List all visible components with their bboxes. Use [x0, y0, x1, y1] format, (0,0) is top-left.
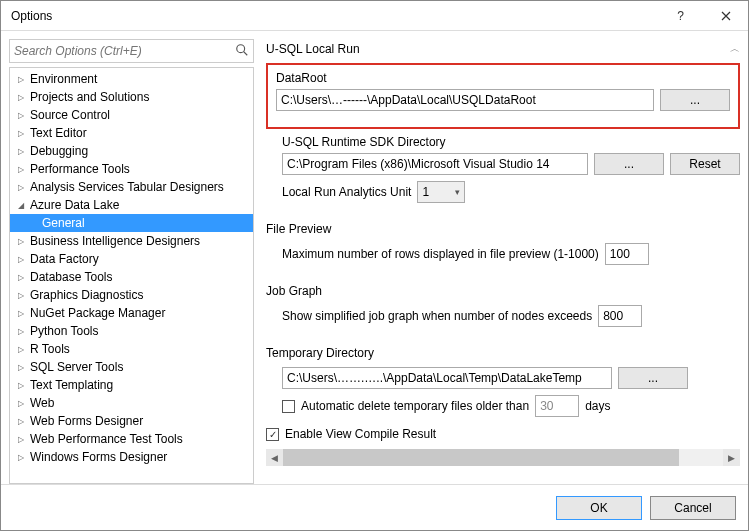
tree-item-performance-tools[interactable]: Performance Tools — [10, 160, 253, 178]
chevron-collapsed-icon[interactable] — [14, 453, 28, 462]
scroll-track[interactable] — [283, 449, 723, 466]
dataroot-browse-button[interactable]: ... — [660, 89, 730, 111]
tree-item-web-forms-designer[interactable]: Web Forms Designer — [10, 412, 253, 430]
enable-compile-checkbox[interactable]: ✓ — [266, 428, 279, 441]
chevron-collapsed-icon[interactable] — [14, 273, 28, 282]
auto-delete-label-2: days — [585, 399, 610, 413]
tree-item-label: Debugging — [28, 144, 88, 158]
options-tree[interactable]: EnvironmentProjects and SolutionsSource … — [9, 67, 254, 484]
tree-item-environment[interactable]: Environment — [10, 70, 253, 88]
chevron-collapsed-icon[interactable] — [14, 435, 28, 444]
tree-item-general[interactable]: General — [10, 214, 253, 232]
file-preview-group: Maximum number of rows displayed in file… — [266, 243, 740, 281]
dialog-footer: OK Cancel — [1, 484, 748, 530]
runtime-browse-button[interactable]: ... — [594, 153, 664, 175]
search-input[interactable] — [14, 44, 235, 58]
right-panel: U-SQL Local Run ︿ DataRoot C:\Users\…---… — [266, 39, 740, 484]
svg-point-0 — [237, 44, 245, 52]
chevron-collapsed-icon[interactable] — [14, 255, 28, 264]
tree-item-label: Python Tools — [28, 324, 99, 338]
tree-item-database-tools[interactable]: Database Tools — [10, 268, 253, 286]
tree-item-label: Azure Data Lake — [28, 198, 119, 212]
tree-item-text-editor[interactable]: Text Editor — [10, 124, 253, 142]
tree-item-graphics-diagnostics[interactable]: Graphics Diagnostics — [10, 286, 253, 304]
tree-item-python-tools[interactable]: Python Tools — [10, 322, 253, 340]
tree-item-business-intelligence-designers[interactable]: Business Intelligence Designers — [10, 232, 253, 250]
tree-item-label: Windows Forms Designer — [28, 450, 167, 464]
chevron-collapsed-icon[interactable] — [14, 399, 28, 408]
chevron-collapsed-icon[interactable] — [14, 363, 28, 372]
tree-item-projects-and-solutions[interactable]: Projects and Solutions — [10, 88, 253, 106]
dataroot-label: DataRoot — [276, 71, 730, 85]
runtime-group: U-SQL Runtime SDK Directory C:\Program F… — [266, 135, 740, 219]
chevron-collapsed-icon[interactable] — [14, 165, 28, 174]
tree-item-sql-server-tools[interactable]: SQL Server Tools — [10, 358, 253, 376]
analytics-dropdown[interactable]: 1 ▾ — [417, 181, 465, 203]
tree-item-label: Text Editor — [28, 126, 87, 140]
tree-item-azure-data-lake[interactable]: Azure Data Lake — [10, 196, 253, 214]
tree-item-analysis-services-tabular-designers[interactable]: Analysis Services Tabular Designers — [10, 178, 253, 196]
chevron-collapsed-icon[interactable] — [14, 345, 28, 354]
scroll-right-button[interactable]: ▶ — [723, 449, 740, 466]
temp-dir-input[interactable]: C:\Users\…….…..\AppData\Local\Temp\DataL… — [282, 367, 612, 389]
chevron-collapsed-icon[interactable] — [14, 327, 28, 336]
runtime-label: U-SQL Runtime SDK Directory — [282, 135, 740, 149]
tree-item-web[interactable]: Web — [10, 394, 253, 412]
auto-delete-days-input[interactable]: 30 — [535, 395, 579, 417]
runtime-reset-button[interactable]: Reset — [670, 153, 740, 175]
search-icon[interactable] — [235, 43, 249, 60]
window-title: Options — [11, 9, 658, 23]
chevron-down-icon: ▾ — [455, 187, 460, 197]
chevron-collapsed-icon[interactable] — [14, 381, 28, 390]
file-preview-input[interactable]: 100 — [605, 243, 649, 265]
tree-item-r-tools[interactable]: R Tools — [10, 340, 253, 358]
temp-dir-group: C:\Users\…….…..\AppData\Local\Temp\DataL… — [266, 367, 740, 427]
tree-item-label: SQL Server Tools — [28, 360, 123, 374]
chevron-collapsed-icon[interactable] — [14, 129, 28, 138]
tree-item-source-control[interactable]: Source Control — [10, 106, 253, 124]
help-button[interactable]: ? — [658, 1, 703, 30]
analytics-label: Local Run Analytics Unit — [282, 185, 411, 199]
scroll-thumb[interactable] — [283, 449, 679, 466]
chevron-up-icon[interactable]: ︿ — [724, 42, 740, 56]
close-button[interactable] — [703, 1, 748, 30]
tree-item-label: Source Control — [28, 108, 110, 122]
scroll-left-button[interactable]: ◀ — [266, 449, 283, 466]
tree-item-label: Performance Tools — [28, 162, 130, 176]
chevron-collapsed-icon[interactable] — [14, 291, 28, 300]
tree-item-text-templating[interactable]: Text Templating — [10, 376, 253, 394]
dataroot-input[interactable]: C:\Users\…------\AppData\Local\USQLDataR… — [276, 89, 654, 111]
tree-item-label: General — [40, 216, 85, 230]
chevron-collapsed-icon[interactable] — [14, 93, 28, 102]
tree-item-label: Analysis Services Tabular Designers — [28, 180, 224, 194]
dataroot-group: DataRoot C:\Users\…------\AppData\Local\… — [266, 63, 740, 129]
tree-item-debugging[interactable]: Debugging — [10, 142, 253, 160]
section-header-job-graph: Job Graph — [266, 281, 740, 301]
tree-item-nuget-package-manager[interactable]: NuGet Package Manager — [10, 304, 253, 322]
chevron-collapsed-icon[interactable] — [14, 417, 28, 426]
temp-dir-browse-button[interactable]: ... — [618, 367, 688, 389]
job-graph-input[interactable]: 800 — [598, 305, 642, 327]
section-header-local-run[interactable]: U-SQL Local Run ︿ — [266, 39, 740, 59]
chevron-collapsed-icon[interactable] — [14, 147, 28, 156]
chevron-collapsed-icon[interactable] — [14, 309, 28, 318]
chevron-expanded-icon[interactable] — [14, 201, 28, 210]
search-box[interactable] — [9, 39, 254, 63]
tree-item-data-factory[interactable]: Data Factory — [10, 250, 253, 268]
chevron-collapsed-icon[interactable] — [14, 75, 28, 84]
enable-compile-label: Enable View Compile Result — [285, 427, 436, 441]
ok-button[interactable]: OK — [556, 496, 642, 520]
chevron-collapsed-icon[interactable] — [14, 183, 28, 192]
horizontal-scrollbar[interactable]: ◀ ▶ — [266, 449, 740, 466]
runtime-input[interactable]: C:\Program Files (x86)\Microsoft Visual … — [282, 153, 588, 175]
tree-item-windows-forms-designer[interactable]: Windows Forms Designer — [10, 448, 253, 466]
chevron-collapsed-icon[interactable] — [14, 237, 28, 246]
tree-item-label: NuGet Package Manager — [28, 306, 165, 320]
cancel-button[interactable]: Cancel — [650, 496, 736, 520]
title-bar: Options ? — [1, 1, 748, 31]
job-graph-group: Show simplified job graph when number of… — [266, 305, 740, 343]
section-header-temp-dir: Temporary Directory — [266, 343, 740, 363]
auto-delete-checkbox[interactable] — [282, 400, 295, 413]
chevron-collapsed-icon[interactable] — [14, 111, 28, 120]
tree-item-web-performance-test-tools[interactable]: Web Performance Test Tools — [10, 430, 253, 448]
